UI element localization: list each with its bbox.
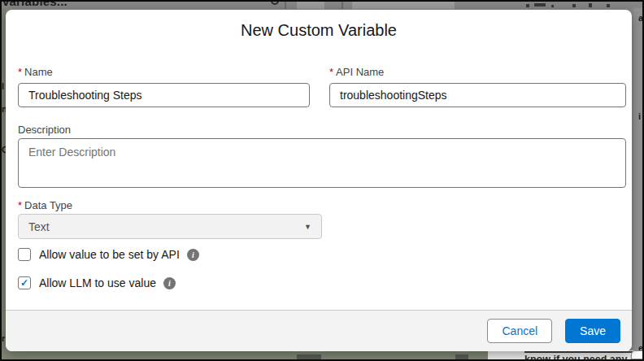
description-textarea[interactable] xyxy=(18,138,626,188)
data-type-label: * Data Type xyxy=(18,199,72,211)
background-element xyxy=(297,354,321,359)
required-asterisk: * xyxy=(18,199,22,211)
info-icon[interactable]: i xyxy=(163,277,176,289)
allow-llm-checkbox[interactable]: ✓ xyxy=(18,276,31,289)
cutoff-letter: a xyxy=(638,13,642,23)
background-chat-strip: know if you need any he xyxy=(488,350,642,359)
search-icon xyxy=(271,2,279,5)
new-custom-variable-dialog: New Custom Variable * Name * API Name De… xyxy=(6,10,632,351)
cutoff-letter: l xyxy=(2,81,4,91)
api-name-input[interactable] xyxy=(329,83,626,107)
background-search-text: variables... xyxy=(2,2,67,8)
api-name-label: * API Name xyxy=(329,66,384,78)
cutoff-text-fragment xyxy=(572,4,576,7)
cancel-button[interactable]: Cancel xyxy=(487,319,552,343)
background-chat-text: know if you need any he xyxy=(524,351,642,359)
allow-api-checkbox[interactable] xyxy=(18,248,31,261)
checkmark-icon: ✓ xyxy=(20,278,28,288)
name-label: * Name xyxy=(18,66,53,78)
cutoff-letter: r xyxy=(2,333,5,343)
cutoff-text-fragment xyxy=(551,5,554,7)
background-element xyxy=(455,354,468,359)
background-right-sliver: a i e xyxy=(633,8,642,353)
divider xyxy=(285,2,286,9)
background-window-corner xyxy=(631,350,642,359)
required-asterisk: * xyxy=(329,66,333,78)
allow-api-row: Allow value to be set by API i xyxy=(18,248,199,261)
cutoff-text-fragment xyxy=(589,3,592,7)
allow-llm-row: ✓ Allow LLM to use value i xyxy=(18,276,176,289)
background-element xyxy=(297,2,324,9)
chevron-down-icon: ▼ xyxy=(304,223,311,231)
background-top-bar: variables... xyxy=(2,2,642,9)
cutoff-letter: i xyxy=(638,111,641,121)
save-button[interactable]: Save xyxy=(565,319,620,343)
allow-api-label: Allow value to be set by API xyxy=(39,248,180,261)
description-label: Description xyxy=(18,124,71,136)
name-input[interactable] xyxy=(18,83,310,107)
divider xyxy=(342,2,343,9)
data-type-select[interactable]: Text ▼ xyxy=(18,214,322,239)
info-icon[interactable]: i xyxy=(187,249,199,261)
required-asterisk: * xyxy=(18,66,22,78)
api-name-field-wrap xyxy=(329,83,626,107)
dialog-title: New Custom Variable xyxy=(6,21,632,40)
dialog-footer: Cancel Save xyxy=(6,310,632,351)
cutoff-text-fragment xyxy=(534,3,546,7)
data-type-selected-value: Text xyxy=(28,220,304,233)
background-element xyxy=(352,2,455,9)
name-field-wrap xyxy=(18,83,310,107)
cutoff-text-fragment xyxy=(607,4,610,7)
dimmed-background: variables... l n C r a i e know if you n… xyxy=(2,2,642,359)
allow-llm-label: Allow LLM to use value xyxy=(39,276,156,289)
cutoff-text-fragment xyxy=(526,4,529,7)
